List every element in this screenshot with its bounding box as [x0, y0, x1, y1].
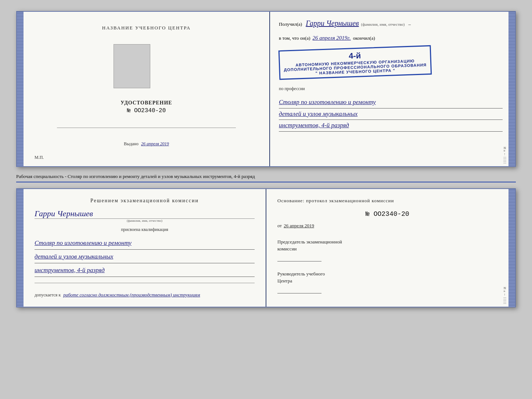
doc-caption: Рабочая специальность - Столяр по изгото… — [16, 173, 516, 182]
bottom-right-texture — [508, 189, 515, 307]
resheniem-text: Решением экзаменационной комиссии — [35, 198, 255, 204]
udostoverenie-title: УДОСТОВЕРЕНИЕ — [121, 100, 172, 106]
right-edge-deco2: И а ← — [501, 189, 508, 307]
kvalif-line1: Столяр по изготовлению и ремонту — [35, 239, 132, 246]
stamp-container: 4-й АВТОНОМНУЮ НЕКОММЕРЧЕСКУЮ ОРГАНИЗАЦИ… — [279, 48, 503, 77]
mp-label: М.П. — [35, 155, 44, 160]
dopusk-text: работе согласно должностным (производств… — [63, 292, 200, 298]
second-left-page: Решением экзаменационной комиссии Гарри … — [24, 189, 266, 307]
rukovoditel-line2: Центра — [277, 277, 497, 285]
osnovanie-text: Основание: протокол экзаменационной коми… — [277, 198, 497, 204]
predsedatel-block: Председатель экзаменационной комиссии — [277, 238, 497, 261]
second-right-page: Основание: протокол экзаменационной коми… — [266, 189, 508, 307]
predsedatel-line1: Председатель экзаменационной — [277, 238, 497, 246]
vtom-prefix: в том, что он(а) — [279, 35, 310, 41]
edge2-text-i: И — [503, 287, 507, 289]
rukovoditel-signature — [277, 286, 321, 293]
udostoverenie-number: № OO2340-20 — [121, 107, 172, 114]
predsedatel-line2: комиссии — [277, 245, 497, 253]
vtom-date: 26 апреля 2019г. — [313, 35, 351, 41]
ot-date-line: от 26 апреля 2019 — [277, 223, 497, 229]
vydano-date: 26 апреля 2019 — [141, 141, 169, 146]
right-texture — [508, 12, 515, 166]
profession-line2: деталей и узлов музыкальных — [279, 110, 357, 117]
kvalif-line2: деталей и узлов музыкальных — [35, 253, 113, 260]
profession-line3: инструментов, 4-й разряд — [279, 122, 349, 129]
edge-text-i: И — [503, 147, 507, 149]
edge-text-a: а — [503, 150, 507, 152]
bottom-left-texture — [17, 189, 24, 307]
ot-date-value: 26 апреля 2019 — [284, 223, 314, 228]
predsedatel-signature — [277, 254, 321, 261]
udostoverenie-block: УДОСТОВЕРЕНИЕ № OO2340-20 — [121, 100, 172, 114]
vydano-label: Выдано — [124, 141, 139, 146]
fio-subtitle: (фамилия, имя, отчество) — [361, 22, 405, 26]
ot-prefix: от — [277, 223, 282, 228]
edge2-text-a: а — [503, 291, 507, 292]
okonchil: окончил(а) — [353, 35, 375, 41]
po-professii-label: по профессии — [279, 86, 503, 92]
second-fio: Гарри Чернышев — [35, 209, 255, 218]
right-edge-deco: И а ← — [501, 12, 508, 166]
prisvoena-text: присвоена квалификация — [35, 227, 255, 232]
kvalif-block: Столяр по изготовлению и ремонту деталей… — [35, 235, 255, 277]
vtom-line: в том, что он(а) 26 апреля 2019г. окончи… — [279, 35, 503, 41]
vydano-line: Выдано 26 апреля 2019 — [124, 141, 169, 147]
dash1: – — [408, 21, 411, 27]
fio-block: Гарри Чернышев (фамилия, имя, отчество) — [35, 209, 255, 222]
edge2-text-arrow: ← — [503, 293, 507, 296]
left-texture — [17, 12, 24, 166]
photo-placeholder — [114, 44, 150, 88]
protocol-number: № OO2340-20 — [277, 210, 497, 218]
kvalif-line3: инструментов, 4-й разряд — [35, 267, 105, 274]
poluchil-label: Получил(а) — [279, 21, 302, 27]
fio-handwritten: Гарри Чернышев — [306, 19, 359, 28]
profession-block: Столяр по изготовлению и ремонту деталей… — [279, 95, 503, 132]
dopuskaetsya-block: допускается к работе согласно должностны… — [35, 292, 255, 298]
dopuskaetsya-label: допускается к — [35, 292, 61, 298]
poluchil-line: Получил(а) Гарри Чернышев (фамилия, имя,… — [279, 19, 503, 28]
second-fio-label: (фамилия, имя, отчество) — [35, 219, 255, 222]
stamp-box: 4-й АВТОНОМНУЮ НЕКОММЕРЧЕСКУЮ ОРГАНИЗАЦИ… — [278, 45, 432, 80]
profession-line1: Столяр по изготовлению и ремонту — [279, 99, 376, 106]
left-page-title: НАЗВАНИЕ УЧЕБНОГО ЦЕНТРА — [102, 25, 191, 31]
rukovoditel-block: Руководитель учебного Центра — [277, 270, 497, 293]
rukovoditel-line1: Руководитель учебного — [277, 270, 497, 278]
edge-text-arrow: ← — [503, 153, 507, 156]
